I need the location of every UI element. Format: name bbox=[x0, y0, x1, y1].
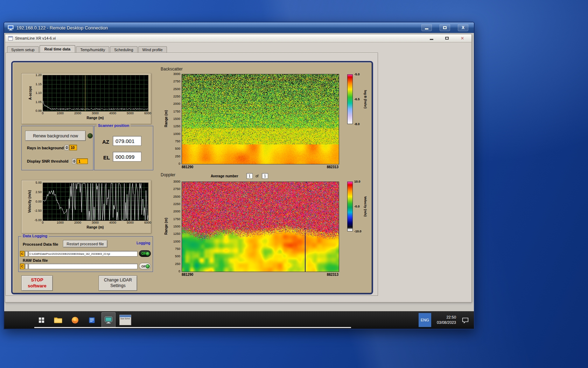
ascope-x-axis-label: Range (m) bbox=[43, 116, 148, 120]
logging-label: Logging bbox=[136, 241, 150, 245]
tick-label: 1000 bbox=[54, 221, 66, 224]
tab-real-time-data[interactable]: Real time data bbox=[40, 45, 76, 53]
doppler-x-start: 881290 bbox=[182, 273, 193, 277]
data-logging-title: Data Logging bbox=[21, 234, 49, 238]
rdp-close-button[interactable]: X bbox=[458, 25, 468, 31]
app-maximize-button[interactable] bbox=[443, 35, 450, 41]
tab-wind-profile[interactable]: Wind profile bbox=[138, 46, 167, 53]
snr-threshold-label: Display SNR threshold bbox=[27, 159, 69, 163]
doppler-colorbar-ticks: 10.0-0.0-10.0 bbox=[354, 182, 362, 231]
renew-background-button[interactable]: Renew background now bbox=[25, 131, 86, 141]
windows-desktop: 192.168.0.122 - Remote Desktop Connectio… bbox=[0, 0, 588, 368]
rdp-minimize-button[interactable] bbox=[421, 25, 432, 31]
doppler-x-labels: 881290 882313 bbox=[182, 273, 338, 277]
restart-processed-file-button[interactable]: Restart processed file bbox=[63, 240, 107, 247]
app-minimize-button[interactable] bbox=[428, 35, 435, 41]
backscatter-heatmap bbox=[182, 74, 339, 164]
processed-logging-toggle[interactable]: ON bbox=[139, 250, 151, 257]
rdp-window: 192.168.0.122 - Remote Desktop Connectio… bbox=[4, 22, 475, 329]
backscatter-x-start: 881290 bbox=[182, 165, 193, 169]
tab-temp-humidity[interactable]: Temp/humidity bbox=[76, 46, 109, 53]
average-number-field[interactable]: 1 bbox=[246, 173, 253, 179]
start-icon bbox=[38, 317, 45, 323]
app-titlebar[interactable]: StreamLine XR v14-6.vi × bbox=[5, 34, 471, 42]
spinner-down-icon[interactable] bbox=[65, 148, 68, 150]
spinner-down-icon[interactable] bbox=[72, 161, 76, 164]
maximize-icon bbox=[443, 26, 447, 29]
average-of-label: of bbox=[255, 174, 258, 178]
tick-label: 2000 bbox=[72, 221, 84, 224]
taskbar-divider bbox=[34, 327, 351, 328]
blue-app-button[interactable] bbox=[85, 312, 99, 328]
el-value-field[interactable]: 000.099 bbox=[113, 152, 141, 162]
snr-spinner[interactable] bbox=[72, 158, 76, 164]
backscatter-x-end: 882313 bbox=[327, 165, 338, 169]
firefox-button[interactable] bbox=[68, 312, 82, 328]
tab-scheduling[interactable]: Scheduling bbox=[110, 46, 137, 53]
app-close-button[interactable]: × bbox=[459, 35, 466, 41]
start-button[interactable] bbox=[34, 312, 48, 328]
doppler-title: Doppler bbox=[161, 172, 175, 177]
doppler-y-axis-label: Range (m) bbox=[164, 182, 168, 271]
taskbar-clock[interactable]: 22:50 03/08/2023 bbox=[437, 315, 456, 325]
minimize-icon bbox=[430, 39, 433, 40]
scan-sched-label: Scan Sched bbox=[120, 317, 131, 325]
el-label: EL bbox=[103, 155, 110, 161]
tick-label: 3000 bbox=[89, 112, 101, 115]
notification-button[interactable] bbox=[462, 316, 469, 324]
tick-label: 3000 bbox=[89, 221, 101, 224]
processed-path-field[interactable]: C:\LiDAR\Data\Proc\2023\202308\20230803\… bbox=[28, 251, 138, 257]
maximize-icon bbox=[445, 37, 449, 40]
toggle-knob-icon bbox=[146, 252, 150, 256]
raw-path-field[interactable] bbox=[28, 264, 138, 269]
remote-desktop: StreamLine XR v14-6.vi × System setup Re… bbox=[4, 33, 474, 329]
app-window-title: StreamLine XR v14-6.vi bbox=[15, 36, 428, 40]
backscatter-title: Backscatter bbox=[161, 67, 183, 71]
rdp-computer-icon bbox=[8, 25, 14, 30]
processed-drive-box[interactable]: C bbox=[20, 251, 24, 257]
scanner-position-box: Scanner position AZ 079.001 EL 000.099 bbox=[94, 126, 153, 170]
processed-data-file-label: Processed Data file bbox=[23, 242, 58, 246]
tick-label: 5000 bbox=[124, 221, 136, 224]
rays-in-background-field[interactable]: 10 bbox=[69, 145, 77, 150]
rdp-titlebar[interactable]: 192.168.0.122 - Remote Desktop Connectio… bbox=[4, 22, 474, 33]
raw-drive-box[interactable]: C bbox=[20, 264, 24, 269]
streamline-taskbar-button[interactable] bbox=[102, 312, 115, 328]
velocity-x-axis-label: Range (m) bbox=[43, 225, 148, 229]
tab-system-setup[interactable]: System setup bbox=[7, 46, 39, 53]
tick-label: 6000 bbox=[142, 221, 154, 224]
data-logging-box: Data Logging Processed Data file Restart… bbox=[18, 236, 153, 272]
velocity-x-ticks: 0100020003000400050006000 bbox=[37, 221, 154, 224]
explorer-icon bbox=[54, 316, 62, 324]
path-type-icon bbox=[25, 264, 28, 269]
toggle-knob-icon bbox=[146, 264, 150, 268]
snr-threshold-field[interactable]: 1 bbox=[77, 158, 88, 164]
taskbar-date: 03/08/2023 bbox=[437, 320, 456, 325]
tick-label: 0 bbox=[37, 112, 49, 115]
rdp-maximize-button[interactable] bbox=[440, 25, 450, 31]
scan-sched-taskbar-button[interactable]: Scan Sched bbox=[118, 312, 132, 328]
change-lidar-settings-button[interactable]: Change LiDAR Settings bbox=[99, 275, 137, 291]
velocity-plot[interactable] bbox=[43, 183, 148, 221]
ascope-plot[interactable] bbox=[43, 75, 148, 111]
rays-in-background-label: Rays in background bbox=[27, 146, 64, 150]
tick-label: 4000 bbox=[107, 112, 119, 115]
raw-logging-toggle[interactable]: OFF bbox=[139, 263, 151, 270]
minimize-icon bbox=[425, 28, 428, 29]
rdp-window-title: 192.168.0.122 - Remote Desktop Connectio… bbox=[16, 25, 421, 30]
chat-icon bbox=[462, 316, 469, 324]
doppler-colorbar-label: Velocity (m/s) bbox=[363, 182, 368, 231]
blue-app-icon bbox=[88, 316, 96, 324]
streamline-app-window: StreamLine XR v14-6.vi × System setup Re… bbox=[5, 34, 472, 302]
az-value-field[interactable]: 079.001 bbox=[113, 136, 141, 146]
firefox-icon bbox=[71, 316, 79, 324]
rays-spinner[interactable] bbox=[65, 145, 69, 150]
doppler-colorbar bbox=[347, 182, 353, 231]
tick-label: 2000 bbox=[72, 112, 84, 115]
backscatter-x-labels: 881290 882313 bbox=[182, 165, 338, 169]
stop-software-button[interactable]: STOP software bbox=[21, 275, 53, 291]
average-total-field[interactable]: 1 bbox=[262, 173, 268, 179]
file-explorer-button[interactable] bbox=[51, 312, 65, 328]
language-indicator[interactable]: ENG bbox=[419, 313, 431, 327]
front-panel: A-scope 1.201.151.101.050.99 01000200030… bbox=[11, 61, 373, 294]
